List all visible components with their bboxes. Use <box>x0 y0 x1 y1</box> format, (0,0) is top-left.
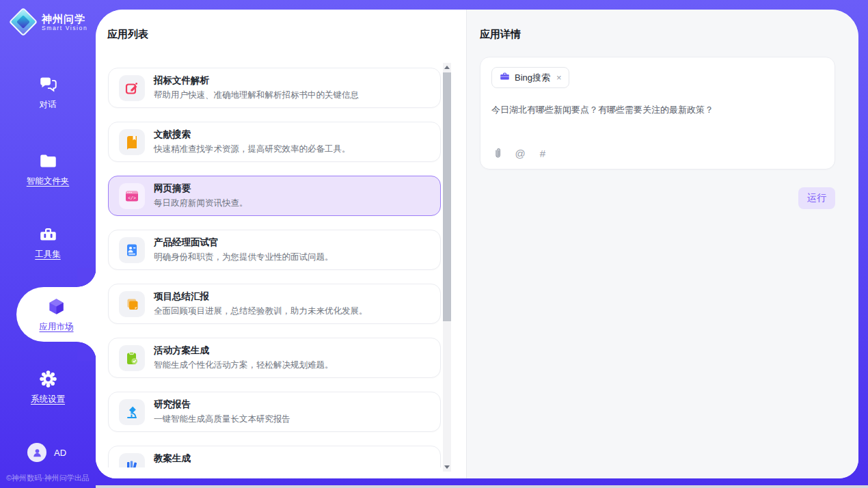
folder-icon <box>39 152 57 170</box>
app-card-pm-interviewer[interactable]: 产品经理面试官 明确身份和职责，为您提供专业性的面试问题。 <box>108 230 441 270</box>
scroll-up-icon[interactable] <box>443 63 451 72</box>
app-card-research-report[interactable]: 研究报告 一键智能生成高质量长文本研究报告 <box>108 392 441 432</box>
sidebar: 神州问学 Smart Vision 对话 智能文件夹 工具集 <box>0 0 96 488</box>
books-icon <box>119 453 145 468</box>
app-list-panel: 应用列表 招标文件解析 帮助用户快速、准确地理解和解析招标书中的关键信息 <box>96 10 466 478</box>
user-initials: AD <box>54 448 66 458</box>
list-scrollbar[interactable] <box>443 63 451 472</box>
copyright-text: ©神州数码·神州问学出品 <box>6 473 90 483</box>
app-card-title: 研究报告 <box>154 398 290 411</box>
toolbox-icon <box>39 225 57 243</box>
briefcase-icon <box>500 71 510 84</box>
app-card-title: 招标文件解析 <box>154 74 359 87</box>
sidebar-item-label: 应用市场 <box>40 322 74 331</box>
run-button[interactable]: 运行 <box>798 187 835 209</box>
app-card-title: 教案生成 <box>154 452 325 465</box>
book-icon <box>119 129 145 155</box>
app-card-title: 网页摘要 <box>154 182 248 195</box>
close-icon[interactable]: × <box>556 73 562 82</box>
sidebar-item-label: 系统设置 <box>31 394 65 404</box>
sidebar-item-settings[interactable]: 系统设置 <box>0 370 96 405</box>
cube-icon <box>47 297 66 316</box>
app-card-web-summary[interactable]: </> 网页摘要 每日政府新闻资讯快查。 <box>108 176 441 216</box>
attachment-paperclip-icon[interactable] <box>491 147 504 159</box>
composer-toolbar: @ # <box>491 147 822 159</box>
brand-diamond-icon <box>10 8 37 36</box>
app-card-title: 产品经理面试官 <box>154 236 334 249</box>
app-card-desc: 每日政府新闻资讯快查。 <box>154 198 248 209</box>
app-card-desc: 一键智能生成高质量长文本研究报告 <box>154 414 290 425</box>
gear-icon <box>39 370 57 388</box>
avatar <box>27 443 46 462</box>
microscope-icon <box>119 399 145 425</box>
sidebar-item-chat[interactable]: 对话 <box>0 75 96 111</box>
sidebar-item-smart-folders[interactable]: 智能文件夹 <box>0 152 96 187</box>
bottom-strip <box>96 485 868 488</box>
app-card-lesson-plan[interactable]: 教案生成 模板驱动，教案秒成，教学准备从此轻松快捷 <box>108 446 441 467</box>
app-window: 神州问学 Smart Vision 对话 智能文件夹 工具集 <box>0 0 868 488</box>
app-card-desc: 快速精准查找学术资源，提高研究效率的必备工具。 <box>154 144 351 155</box>
sidebar-item-label: 对话 <box>40 100 57 109</box>
hashtag-icon[interactable]: # <box>537 147 549 159</box>
content-area: 应用列表 招标文件解析 帮助用户快速、准确地理解和解析招标书中的关键信息 <box>96 10 858 478</box>
app-card-desc: 帮助用户快速、准确地理解和解析招标书中的关键信息 <box>154 90 359 101</box>
notes-icon <box>119 291 145 317</box>
app-detail-panel: 应用详情 Bing搜索 × 今日湖北有哪些新闻要点？有哪些需要关注的最新政策？ … <box>466 10 858 478</box>
mention-at-icon[interactable]: @ <box>514 147 526 159</box>
sidebar-item-label: 智能文件夹 <box>27 176 70 186</box>
app-list-title: 应用列表 <box>107 28 148 41</box>
app-card-desc: 明确身份和职责，为您提供专业性的面试问题。 <box>154 252 334 263</box>
app-card-title: 项目总结汇报 <box>154 290 368 303</box>
brand-logo: 神州问学 Smart Vision <box>10 8 87 36</box>
composer-card: Bing搜索 × 今日湖北有哪些新闻要点？有哪些需要关注的最新政策？ @ # <box>480 57 835 170</box>
chat-icon <box>39 75 57 94</box>
app-card-desc: 全面回顾项目进展，总结经验教训，助力未来优化发展。 <box>154 306 368 317</box>
brand-name: 神州问学 <box>42 13 87 25</box>
app-detail-title: 应用详情 <box>480 28 835 41</box>
app-card-title: 活动方案生成 <box>154 344 334 357</box>
app-list: 招标文件解析 帮助用户快速、准确地理解和解析招标书中的关键信息 文献搜索 快速精… <box>96 58 442 467</box>
query-text[interactable]: 今日湖北有哪些新闻要点？有哪些需要关注的最新政策？ <box>491 103 822 117</box>
scrollbar-thumb[interactable] <box>443 72 451 321</box>
app-card-event-plan[interactable]: 活动方案生成 智能生成个性化活动方案，轻松解决规划难题。 <box>108 338 441 378</box>
interview-icon <box>119 237 145 263</box>
user-account[interactable]: AD <box>0 443 96 462</box>
sidebar-item-toolset[interactable]: 工具集 <box>0 225 96 260</box>
app-card-title: 文献搜索 <box>154 128 351 141</box>
app-card-literature-search[interactable]: 文献搜索 快速精准查找学术资源，提高研究效率的必备工具。 <box>108 122 441 162</box>
clipboard-check-icon <box>119 345 145 371</box>
svg-text:</>: </> <box>128 195 136 200</box>
tool-chip-bing-search[interactable]: Bing搜索 × <box>491 67 569 88</box>
sidebar-item-app-market[interactable]: 应用市场 <box>16 287 96 342</box>
brand-subtitle: Smart Vision <box>42 25 87 31</box>
sidebar-item-label: 工具集 <box>35 249 61 259</box>
app-card-desc: 智能生成个性化活动方案，轻松解决规划难题。 <box>154 360 334 371</box>
tool-chip-label: Bing搜索 <box>515 72 550 84</box>
browser-code-icon: </> <box>119 183 145 209</box>
doc-edit-icon <box>119 75 145 101</box>
scroll-down-icon[interactable] <box>443 463 451 472</box>
app-card-bid-doc-parse[interactable]: 招标文件解析 帮助用户快速、准确地理解和解析招标书中的关键信息 <box>108 68 441 108</box>
app-card-project-summary[interactable]: 项目总结汇报 全面回顾项目进展，总结经验教训，助力未来优化发展。 <box>108 284 441 324</box>
